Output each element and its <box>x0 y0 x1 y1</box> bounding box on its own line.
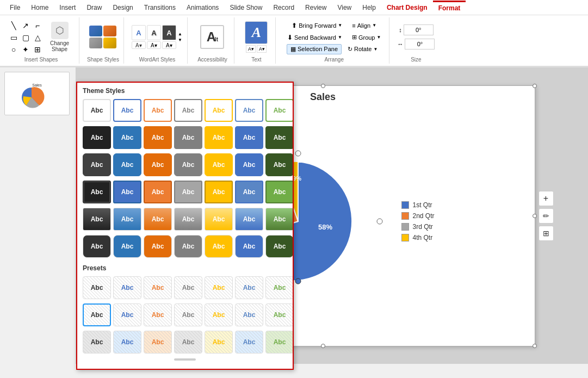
menu-home[interactable]: Home <box>26 2 54 14</box>
shape-more[interactable]: ⊞ <box>32 44 44 55</box>
style-item-2-5[interactable]: Abc <box>205 126 233 149</box>
style-item-3-7[interactable]: Abc <box>265 153 294 176</box>
preset-1-4[interactable]: Abc <box>174 276 202 299</box>
style-item-5-1[interactable]: Abc <box>83 208 111 231</box>
style-item-6-2[interactable]: Abc <box>113 235 141 258</box>
wordart-text-fill[interactable]: A▾ <box>132 41 146 49</box>
wordart-btn-1[interactable]: A <box>132 25 146 40</box>
style-item-2-2[interactable]: Abc <box>113 126 141 149</box>
preset-1-6[interactable]: Abc <box>235 276 263 299</box>
send-backward-arrow[interactable]: ▼ <box>338 35 342 40</box>
style-item-6-3[interactable]: Abc <box>144 235 172 258</box>
slide-thumbnail[interactable]: Sales <box>4 72 70 115</box>
chart-handle-right[interactable] <box>377 219 382 224</box>
style-item-5-7[interactable]: Abc <box>265 208 294 231</box>
style-item-1-1[interactable]: Abc <box>83 99 111 122</box>
menu-record[interactable]: Record <box>268 2 300 14</box>
pencil-button[interactable]: ✏ <box>539 208 554 224</box>
style-item-4-5[interactable]: Abc <box>205 181 233 203</box>
text-outline-btn[interactable]: A▾ <box>257 45 267 53</box>
preset-2-1[interactable]: Abc <box>83 303 111 326</box>
chart-handle-bottom[interactable] <box>295 278 301 284</box>
preset-3-1[interactable]: Abc <box>83 331 111 354</box>
style-item-4-7[interactable]: Abc <box>265 181 294 203</box>
style-item-3-6[interactable]: Abc <box>235 153 263 176</box>
style-item-1-3[interactable]: Abc <box>144 99 172 122</box>
height-input[interactable] <box>404 24 434 35</box>
send-backward-button[interactable]: ⬇ Send Backward ▼ <box>283 32 346 43</box>
handle-right[interactable] <box>533 214 537 218</box>
preset-2-7[interactable]: Abc <box>265 303 294 326</box>
handle-bottom[interactable] <box>321 344 325 348</box>
style-item-1-5[interactable]: Abc <box>205 99 233 122</box>
menu-transitions[interactable]: Transitions <box>139 2 181 14</box>
chart-handle-top[interactable] <box>295 151 301 156</box>
group-arrow[interactable]: ▼ <box>376 35 381 40</box>
preset-1-3[interactable]: Abc <box>144 276 172 299</box>
style-item-5-5[interactable]: Abc <box>205 208 233 231</box>
preset-1-7[interactable]: Abc <box>265 276 294 299</box>
style-item-5-2[interactable]: Abc <box>113 208 141 231</box>
selection-pane-button[interactable]: ▦ Selection Pane <box>287 44 342 54</box>
style-item-2-7[interactable]: Abc <box>265 126 294 149</box>
preset-1-5[interactable]: Abc <box>205 276 233 299</box>
style-item-1-2[interactable]: Abc <box>113 99 141 122</box>
style-item-3-1[interactable]: Abc <box>83 153 111 176</box>
shape-style-1[interactable] <box>89 26 102 36</box>
shape-star[interactable]: ✦ <box>20 44 32 55</box>
preset-3-7[interactable]: Abc <box>265 331 294 354</box>
menu-animations[interactable]: Animations <box>181 2 224 14</box>
style-item-1-6[interactable]: Abc <box>235 99 263 122</box>
shape-rect[interactable]: ▭ <box>8 32 20 44</box>
preset-2-4[interactable]: Abc <box>174 303 202 326</box>
menu-chart-design[interactable]: Chart Design <box>381 2 433 14</box>
text-a-button[interactable]: A <box>245 21 268 44</box>
bring-forward-button[interactable]: ⬆ Bring Forward ▼ <box>288 20 346 31</box>
zoom-in-button[interactable]: + <box>539 191 554 206</box>
handle-top[interactable] <box>321 84 325 88</box>
style-item-3-4[interactable]: Abc <box>174 153 202 176</box>
text-fill-btn[interactable]: A▾ <box>246 45 256 53</box>
style-item-4-4[interactable]: Abc <box>174 181 202 203</box>
menu-view[interactable]: View <box>332 2 357 14</box>
preset-3-6[interactable]: Abc <box>235 331 263 354</box>
style-item-5-3[interactable]: Abc <box>144 208 172 231</box>
preset-3-3[interactable]: Abc <box>144 331 172 354</box>
change-shape-button[interactable]: ⬡ ChangeShape <box>45 20 75 54</box>
style-item-4-2[interactable]: Abc <box>113 181 141 203</box>
style-item-3-2[interactable]: Abc <box>113 153 141 176</box>
shape-triangle[interactable]: △ <box>32 32 44 44</box>
style-item-6-7[interactable]: Abc <box>265 235 294 258</box>
style-item-6-4[interactable]: Abc <box>174 235 202 258</box>
style-item-2-6[interactable]: Abc <box>235 126 263 149</box>
style-item-1-4[interactable]: Abc <box>174 99 202 122</box>
preset-3-4[interactable]: Abc <box>174 331 202 354</box>
style-item-4-6[interactable]: Abc <box>235 181 263 203</box>
filter-button[interactable]: ⊞ <box>539 226 554 241</box>
wordart-btn-2[interactable]: A <box>147 25 161 40</box>
align-arrow[interactable]: ▼ <box>372 23 376 28</box>
menu-help[interactable]: Help <box>357 2 381 14</box>
shape-connector[interactable]: ⌐ <box>32 20 44 32</box>
handle-bottomright[interactable] <box>533 344 537 348</box>
alt-text-button[interactable]: A lt <box>200 25 224 49</box>
preset-2-6[interactable]: Abc <box>235 303 263 326</box>
shape-line[interactable]: ╲ <box>8 20 20 32</box>
wordart-scroll[interactable]: ▲ ▼ <box>177 32 183 42</box>
style-item-5-4[interactable]: Abc <box>174 208 202 231</box>
menu-design[interactable]: Design <box>107 2 138 14</box>
style-item-3-5[interactable]: Abc <box>205 153 233 176</box>
style-item-5-6[interactable]: Abc <box>235 208 263 231</box>
handle-topright[interactable] <box>533 84 537 88</box>
style-item-6-6[interactable]: Abc <box>235 235 263 258</box>
style-item-4-3[interactable]: Abc <box>144 181 172 203</box>
style-item-6-5[interactable]: Abc <box>205 235 233 258</box>
align-button[interactable]: ≡ Align ▼ <box>348 21 380 30</box>
rotate-arrow[interactable]: ▼ <box>373 47 377 52</box>
style-item-2-4[interactable]: Abc <box>174 126 202 149</box>
preset-3-2[interactable]: Abc <box>113 331 141 354</box>
style-item-4-1[interactable]: Abc <box>83 181 111 203</box>
wordart-text-outline[interactable]: A▾ <box>147 41 161 49</box>
style-item-1-7[interactable]: Abc <box>265 99 294 122</box>
style-item-6-1[interactable]: Abc <box>83 235 111 258</box>
